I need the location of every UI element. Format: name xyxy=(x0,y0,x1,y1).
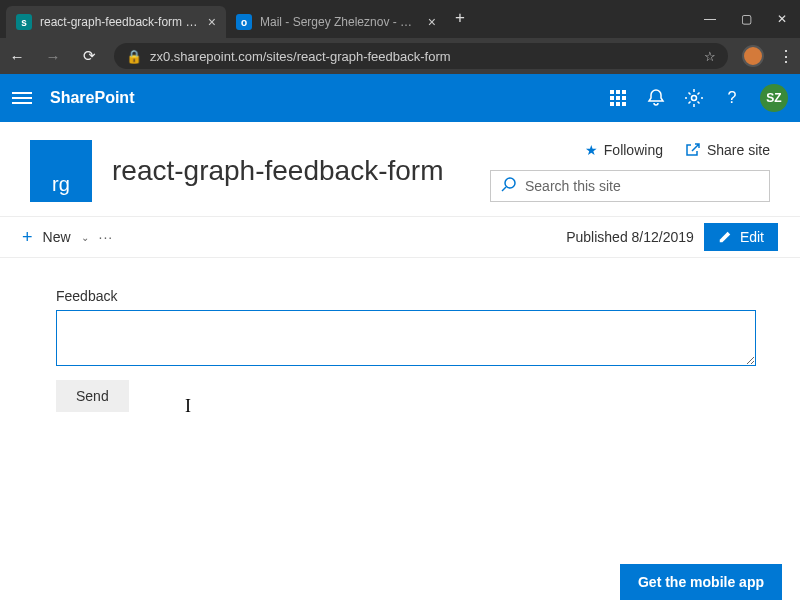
outlook-favicon: o xyxy=(236,14,252,30)
minimize-button[interactable]: — xyxy=(692,0,728,38)
site-logo[interactable]: rg xyxy=(30,140,92,202)
chevron-down-icon[interactable]: ⌄ xyxy=(81,232,89,243)
share-icon xyxy=(685,141,701,160)
send-button[interactable]: Send xyxy=(56,380,129,412)
url-text: zx0.sharepoint.com/sites/react-graph-fee… xyxy=(150,49,451,64)
share-label: Share site xyxy=(707,142,770,158)
tab-title: react-graph-feedback-form - Ho xyxy=(40,15,200,29)
search-placeholder: Search this site xyxy=(525,178,621,194)
more-icon[interactable]: ··· xyxy=(99,229,114,245)
notification-icon[interactable] xyxy=(646,88,666,108)
close-icon[interactable]: × xyxy=(428,15,436,29)
search-input[interactable]: Search this site xyxy=(490,170,770,202)
forward-icon[interactable]: → xyxy=(42,48,64,65)
svg-point-1 xyxy=(505,178,515,188)
browser-tab-strip: s react-graph-feedback-form - Ho × o Mai… xyxy=(0,0,800,38)
svg-point-0 xyxy=(692,96,697,101)
published-label: Published 8/12/2019 xyxy=(566,229,694,245)
sharepoint-brand[interactable]: SharePoint xyxy=(50,89,134,107)
bookmark-icon[interactable]: ☆ xyxy=(704,49,716,64)
site-header: rg react-graph-feedback-form ★ Following… xyxy=(0,122,800,216)
tab-title: Mail - Sergey Zheleznov - Outlo xyxy=(260,15,420,29)
edit-label: Edit xyxy=(740,229,764,245)
close-button[interactable]: ✕ xyxy=(764,0,800,38)
following-button[interactable]: ★ Following xyxy=(585,142,663,158)
sharepoint-favicon: s xyxy=(16,14,32,30)
following-label: Following xyxy=(604,142,663,158)
browser-tab-inactive[interactable]: o Mail - Sergey Zheleznov - Outlo × xyxy=(226,6,446,38)
plus-icon: + xyxy=(22,227,33,248)
gear-icon[interactable] xyxy=(684,88,704,108)
back-icon[interactable]: ← xyxy=(6,48,28,65)
help-icon[interactable]: ? xyxy=(722,88,742,108)
extension-icon[interactable] xyxy=(742,45,764,67)
maximize-button[interactable]: ▢ xyxy=(728,0,764,38)
app-grid-icon[interactable] xyxy=(608,88,628,108)
new-tab-button[interactable]: + xyxy=(446,8,474,30)
suite-header: SharePoint ? SZ xyxy=(0,74,800,122)
reload-icon[interactable]: ⟳ xyxy=(78,47,100,65)
command-bar: + New ⌄ ··· Published 8/12/2019 Edit xyxy=(0,216,800,258)
feedback-textarea[interactable] xyxy=(56,310,756,366)
share-site-button[interactable]: Share site xyxy=(685,141,770,160)
get-mobile-app-button[interactable]: Get the mobile app xyxy=(620,564,782,600)
close-icon[interactable]: × xyxy=(208,15,216,29)
address-bar[interactable]: 🔒 zx0.sharepoint.com/sites/react-graph-f… xyxy=(114,43,728,69)
feedback-label: Feedback xyxy=(56,288,744,304)
lock-icon: 🔒 xyxy=(126,49,142,64)
star-icon: ★ xyxy=(585,142,598,158)
new-button[interactable]: New xyxy=(43,229,71,245)
browser-right-controls: ⋮ xyxy=(742,45,794,67)
window-controls: — ▢ ✕ xyxy=(692,0,800,38)
edit-button[interactable]: Edit xyxy=(704,223,778,251)
site-title: react-graph-feedback-form xyxy=(112,155,443,187)
avatar[interactable]: SZ xyxy=(760,84,788,112)
page-content: Feedback Send xyxy=(0,258,800,442)
browser-tab-active[interactable]: s react-graph-feedback-form - Ho × xyxy=(6,6,226,38)
site-actions: ★ Following Share site Search this site xyxy=(490,141,770,202)
pencil-icon xyxy=(718,230,732,244)
browser-nav-bar: ← → ⟳ 🔒 zx0.sharepoint.com/sites/react-g… xyxy=(0,38,800,74)
app-launcher-icon[interactable] xyxy=(12,92,32,104)
menu-icon[interactable]: ⋮ xyxy=(778,47,794,66)
search-icon xyxy=(501,176,517,195)
